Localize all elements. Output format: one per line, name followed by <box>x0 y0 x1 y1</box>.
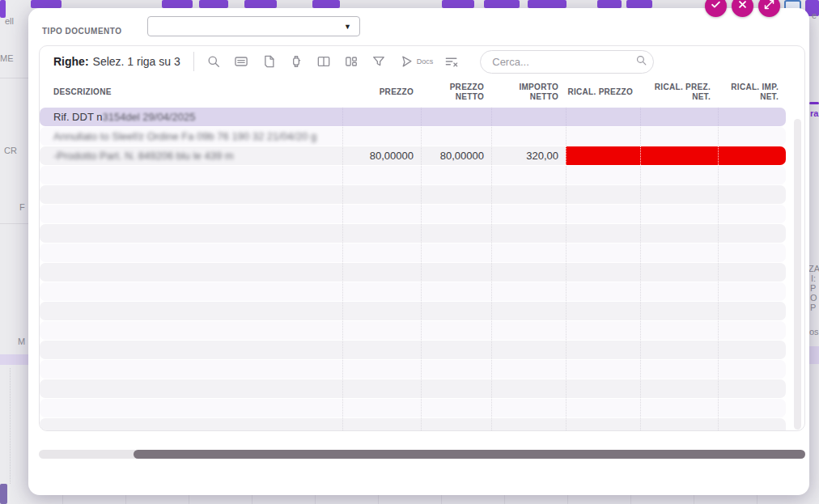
bg-selected-row-fragment <box>809 346 819 364</box>
value-cell <box>421 224 491 243</box>
value-cell <box>421 205 491 223</box>
check-icon <box>710 0 722 14</box>
redacted-text: -Prodotto Part. N. 849206 blu le 439 m <box>53 150 234 162</box>
empty-table-row[interactable] <box>40 282 786 301</box>
value-cell <box>421 418 491 431</box>
bg-clipped-text: ZA <box>808 264 819 273</box>
value-cell <box>640 205 718 223</box>
empty-table-row[interactable] <box>40 379 786 398</box>
expand-button[interactable] <box>758 0 780 17</box>
close-icon <box>736 0 749 14</box>
value-cell <box>718 302 786 320</box>
bg-toolbar-icon-fragment <box>597 0 622 8</box>
value-cell <box>342 127 421 146</box>
bg-clipped-text: ell <box>5 16 14 26</box>
book-columns-icon[interactable] <box>316 53 333 70</box>
dropdown-arrow-icon: ▼ <box>344 23 351 31</box>
clear-filter-icon[interactable] <box>443 53 460 70</box>
value-cell <box>640 360 718 379</box>
value-cell <box>421 379 491 398</box>
filter-icon[interactable] <box>371 53 388 70</box>
column-header[interactable]: PREZZO NETTO <box>421 83 491 102</box>
value-cell <box>640 341 718 359</box>
search-icon[interactable] <box>634 53 648 70</box>
table-toolbar: Righe: Selez. 1 riga su 3 Docs <box>40 46 804 77</box>
empty-table-row[interactable] <box>40 205 786 223</box>
bg-clipped-text: O <box>810 293 817 303</box>
column-header[interactable]: RICAL. PREZZO <box>566 87 640 97</box>
column-header[interactable]: IMPORTO NETTO <box>491 83 566 102</box>
bg-toolbar-icon-fragment <box>626 0 652 8</box>
docs-button[interactable]: Docs <box>398 53 434 70</box>
description-cell: Rif. DDT n 3154 del 29/04/2025 <box>40 108 342 126</box>
empty-table-row[interactable] <box>40 166 786 184</box>
value-cell <box>718 341 786 359</box>
tipo-documento-select[interactable]: ▼ <box>147 16 360 36</box>
page-note-icon[interactable] <box>261 53 278 70</box>
value-cell <box>342 205 421 223</box>
value-cell <box>421 282 491 301</box>
empty-table-row[interactable] <box>40 185 786 204</box>
column-header[interactable]: PREZZO <box>342 87 421 97</box>
bg-toolbar-icon-fragment <box>244 0 277 8</box>
bg-clipped-text: F <box>19 202 25 212</box>
table-row[interactable]: Annullato to Sleef/z Ordine Fa 09b 76 19… <box>40 127 786 146</box>
value-cell <box>718 360 786 379</box>
value-cell <box>718 399 786 417</box>
value-cell <box>421 127 491 146</box>
value-cell <box>566 360 640 379</box>
confirm-button[interactable] <box>705 0 727 17</box>
column-header[interactable]: RICAL. PREZ. NET. <box>640 83 718 102</box>
value-cell <box>342 224 421 243</box>
value-cell <box>342 418 421 431</box>
expand-icon <box>763 0 775 14</box>
column-header[interactable]: DESCRIZIONE <box>40 87 342 97</box>
value-cell <box>342 166 421 184</box>
value-cell <box>640 418 718 431</box>
empty-table-row[interactable] <box>40 244 786 262</box>
empty-table-row[interactable] <box>40 263 786 282</box>
empty-table-row[interactable] <box>40 341 786 359</box>
empty-table-row[interactable] <box>40 360 786 379</box>
empty-table-row[interactable] <box>40 399 786 417</box>
vertical-scrollbar[interactable] <box>794 119 801 430</box>
horizontal-scrollbar-thumb[interactable] <box>134 450 805 459</box>
search-input[interactable] <box>492 56 634 68</box>
bg-clipped-text: ra <box>810 108 818 118</box>
value-cell <box>421 341 491 359</box>
horizontal-scrollbar-track[interactable] <box>39 450 805 459</box>
value-cell <box>566 127 640 146</box>
value-cell <box>718 108 786 126</box>
value-cell <box>640 166 718 184</box>
value-cell <box>421 166 491 184</box>
value-cell <box>342 244 421 262</box>
tipo-documento-label: TIPO DOCUMENTO <box>42 27 121 36</box>
value-cell <box>718 321 786 340</box>
value-cell <box>491 302 566 320</box>
search-icon[interactable] <box>206 53 223 70</box>
value-cell <box>566 185 640 204</box>
empty-table-row[interactable] <box>40 302 786 320</box>
empty-table-row[interactable] <box>40 321 786 340</box>
empty-table-row[interactable] <box>40 418 786 431</box>
value-cell <box>566 224 640 243</box>
value-cell <box>718 146 786 165</box>
close-button[interactable] <box>732 0 753 17</box>
righe-label: Righe: <box>53 55 89 68</box>
value-cell <box>421 244 491 262</box>
watch-icon[interactable] <box>288 53 305 70</box>
value-cell <box>491 360 566 379</box>
value-cell <box>421 360 491 379</box>
rows-table-card: Righe: Selez. 1 riga su 3 Docs DESCRIZIO… <box>39 45 805 431</box>
bg-toolbar-icon-fragment <box>199 0 228 8</box>
table-row[interactable]: -Prodotto Part. N. 849206 blu le 439 m80… <box>40 146 786 165</box>
list-view-icon[interactable] <box>233 53 250 70</box>
layout-blocks-icon[interactable] <box>343 53 360 70</box>
value-cell <box>421 321 491 340</box>
column-header[interactable]: RICAL. IMP. NET. <box>718 83 786 102</box>
bg-clipped-text: ME <box>0 53 14 63</box>
value-cell <box>566 244 640 262</box>
value-cell <box>342 321 421 340</box>
empty-table-row[interactable] <box>40 224 786 243</box>
table-row[interactable]: Rif. DDT n 3154 del 29/04/2025 <box>40 108 786 126</box>
